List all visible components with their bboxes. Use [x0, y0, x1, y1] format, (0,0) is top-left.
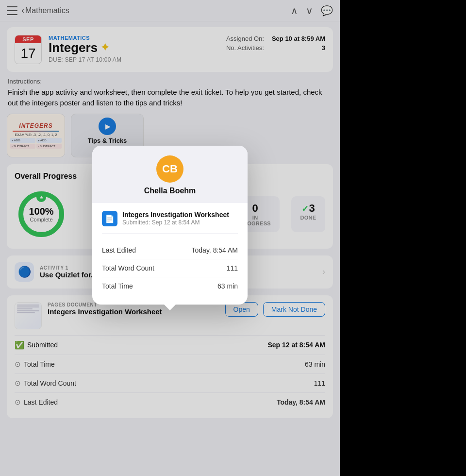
popup-doc-name: Integers Investigation Worksheet: [122, 211, 238, 219]
popup-doc-submitted: Submitted: Sep 12 at 8:54 AM: [122, 219, 238, 226]
student-avatar: CB: [156, 155, 183, 183]
popup-overlay: CB Chella Boehm 📄 Integers Investigation…: [0, 0, 340, 476]
popup-total-time-row: Total Time 63 min: [102, 277, 238, 295]
popup-total-time-val: 63 min: [217, 282, 238, 290]
popup-last-edited-label: Last Edited: [102, 246, 136, 254]
popup-last-edited-val: Today, 8:54 AM: [192, 246, 238, 254]
popup-arrow: [164, 305, 176, 310]
popup-word-count-val: 111: [227, 264, 238, 272]
popup-word-count-label: Total Word Count: [102, 264, 154, 272]
popup-word-count-row: Total Word Count 111: [102, 259, 238, 277]
student-detail-popup: CB Chella Boehm 📄 Integers Investigation…: [92, 146, 248, 305]
popup-doc-icon: 📄: [102, 211, 117, 226]
popup-header: CB Chella Boehm: [92, 146, 248, 203]
popup-doc-row: 📄 Integers Investigation Worksheet Submi…: [102, 211, 238, 234]
student-name: Chella Boehm: [102, 187, 238, 195]
popup-body: 📄 Integers Investigation Worksheet Submi…: [92, 203, 248, 305]
popup-last-edited-row: Last Edited Today, 8:54 AM: [102, 241, 238, 259]
popup-total-time-label: Total Time: [102, 282, 133, 290]
